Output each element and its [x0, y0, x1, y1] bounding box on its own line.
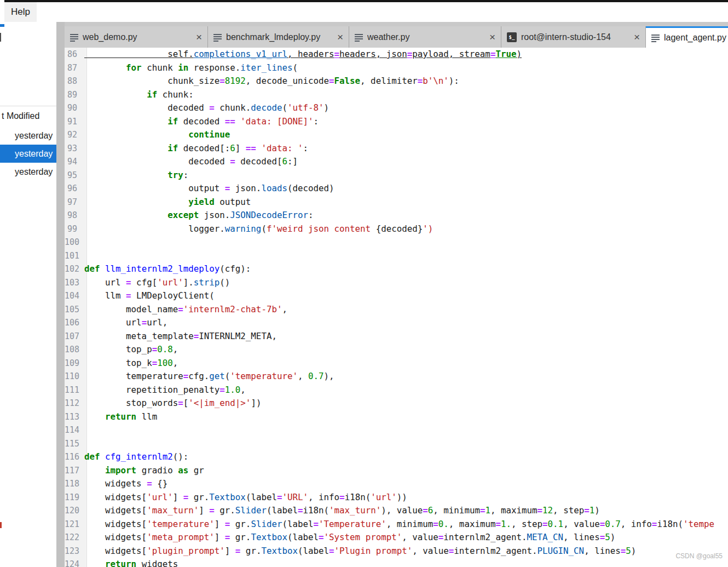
line-number: 102	[65, 262, 82, 276]
menu-help[interactable]: Help	[4, 2, 37, 22]
file-row[interactable]: yesterday	[0, 127, 56, 145]
code-line[interactable]: 90 decoded = chunk.decode('utf-8')	[65, 101, 728, 115]
code-line[interactable]: 104 llm = LMDeployClient(	[65, 289, 728, 303]
close-icon[interactable]: ×	[196, 32, 202, 42]
code-line[interactable]: 120 widgets['max_turn'] = gr.Slider(labe…	[65, 504, 728, 518]
code-line[interactable]: 86 self.completions_v1_url, headers=head…	[65, 48, 728, 61]
code-line[interactable]: 95 try:	[65, 169, 728, 182]
line-number: 107	[65, 330, 82, 343]
tab-web-demo-py[interactable]: web_demo.py ×	[65, 26, 208, 48]
code-editor[interactable]: 86 self.completions_v1_url, headers=head…	[65, 48, 728, 567]
code-text: for chunk in response.iter_lines(	[84, 62, 298, 73]
code-text: logger.warning(f'weird json content {dec…	[84, 224, 433, 234]
code-line[interactable]: 101	[65, 249, 728, 263]
code-line[interactable]: 114	[65, 423, 728, 437]
code-line[interactable]: 113 return llm	[65, 410, 728, 424]
code-line[interactable]: 89 if chunk:	[65, 88, 728, 102]
line-number: 96	[65, 182, 82, 196]
edge-artifact	[0, 33, 1, 42]
tab-lagent-agent-py[interactable]: lagent_agent.py	[646, 26, 728, 48]
code-text: widgets['plugin_prompt'] = gr.Textbox(la…	[84, 546, 636, 556]
watermark: CSDN @goal55	[675, 552, 723, 560]
code-line[interactable]: 93 if decoded[:6] == 'data: ':	[65, 142, 728, 156]
tab-benchmark-lmdeploy-py[interactable]: benchmark_lmdeploy.py ×	[208, 26, 349, 48]
line-number: 103	[65, 276, 82, 290]
line-number: 101	[65, 249, 82, 263]
code-line[interactable]: 99 logger.warning(f'weird json content {…	[65, 222, 728, 236]
code-line[interactable]: 102def llm_internlm2_lmdeploy(cfg):	[65, 262, 728, 276]
file-browser-sidebar: t Modified yesterday yesterday yesterday	[0, 22, 56, 567]
code-text: llm = LMDeployClient(	[84, 290, 215, 301]
file-icon	[70, 33, 78, 42]
code-text: try:	[84, 170, 188, 180]
code-line[interactable]: 98 except json.JSONDecodeError:	[65, 209, 728, 222]
code-line[interactable]: 115	[65, 437, 728, 451]
code-line[interactable]: 121 widgets['temperature'] = gr.Slider(l…	[65, 518, 728, 531]
file-row-selected[interactable]: yesterday	[0, 145, 56, 163]
line-number: 93	[65, 142, 82, 156]
tab-label: web_demo.py	[83, 32, 192, 42]
line-number: 86	[65, 48, 82, 61]
code-line[interactable]: 108 top_p=0.8,	[65, 343, 728, 357]
code-text: if decoded == 'data: [DONE]':	[84, 116, 319, 127]
line-number: 90	[65, 101, 82, 115]
line-number: 99	[65, 222, 82, 236]
line-number: 108	[65, 343, 82, 357]
code-text: decoded = decoded[6:]	[84, 156, 298, 167]
code-line[interactable]: 94 decoded = decoded[6:]	[65, 155, 728, 169]
code-line[interactable]: 88 chunk_size=8192, decode_unicode=False…	[65, 75, 728, 88]
code-line[interactable]: 109 top_k=100,	[65, 357, 728, 370]
code-text: continue	[84, 129, 230, 140]
code-text: if chunk:	[84, 89, 194, 100]
code-line[interactable]: 110 temperature=cfg.get('temperature', 0…	[65, 370, 728, 383]
code-text: output = json.loads(decoded)	[84, 183, 334, 193]
sidebar-accent-mark	[0, 24, 4, 27]
code-text: def cfg_internlm2():	[84, 451, 188, 462]
code-line[interactable]: 105 model_name='internlm2-chat-7b',	[65, 303, 728, 317]
code-line[interactable]: 103 url = cfg['url'].strip()	[65, 276, 728, 290]
code-line[interactable]: 96 output = json.loads(decoded)	[65, 182, 728, 196]
code-line[interactable]: 111 repetition_penalty=1.0,	[65, 383, 728, 397]
code-line[interactable]: 87 for chunk in response.iter_lines(	[65, 61, 728, 75]
code-line[interactable]: 92 continue	[65, 128, 728, 142]
tab-label: root@intern-studio-154	[521, 32, 629, 42]
line-number: 118	[65, 477, 82, 491]
line-number: 89	[65, 88, 82, 102]
code-line[interactable]: 117 import gradio as gr	[65, 464, 728, 478]
code-line[interactable]: 118 widgets = {}	[65, 477, 728, 491]
line-number: 94	[65, 155, 82, 169]
code-text: url=url,	[84, 317, 167, 328]
last-modified-column-header[interactable]: t Modified	[2, 110, 39, 123]
line-number: 115	[65, 437, 82, 451]
tab-weather-py[interactable]: weather.py ×	[349, 26, 501, 48]
tab-terminal-root-intern-studio[interactable]: $_ root@intern-studio-154 ×	[501, 26, 646, 48]
code-line[interactable]: 97 yield output	[65, 196, 728, 209]
line-number: 104	[65, 289, 82, 303]
code-text: self.completions_v1_url, headers=headers…	[84, 49, 522, 59]
close-icon[interactable]: ×	[489, 32, 495, 42]
code-line[interactable]: 91 if decoded == 'data: [DONE]':	[65, 115, 728, 129]
panel-divider-strip[interactable]	[56, 22, 65, 567]
code-text: widgets = {}	[84, 478, 167, 489]
code-text: widgets['temperature'] = gr.Slider(label…	[84, 519, 714, 529]
close-icon[interactable]: ×	[634, 32, 640, 42]
code-line[interactable]: 119 widgets['url'] = gr.Textbox(label='U…	[65, 491, 728, 505]
code-text: except json.JSONDecodeError:	[84, 210, 314, 220]
code-line[interactable]: 122 widgets['meta_prompt'] = gr.Textbox(…	[65, 531, 728, 545]
code-lines: 86 self.completions_v1_url, headers=head…	[65, 48, 728, 567]
code-line[interactable]: 124 return widgets	[65, 558, 728, 567]
close-icon[interactable]: ×	[337, 32, 343, 42]
code-text: meta_template=INTERNLM2_META,	[84, 331, 277, 341]
code-text: widgets['meta_prompt'] = gr.Textbox(labe…	[84, 532, 615, 542]
sidebar-divider	[0, 106, 56, 106]
app-window: Help t Modified yesterday yesterday yest…	[0, 0, 728, 567]
line-number: 97	[65, 196, 82, 209]
code-line[interactable]: 112 stop_words=['<|im_end|>'])	[65, 397, 728, 410]
code-line[interactable]: 123 widgets['plugin_prompt'] = gr.Textbo…	[65, 545, 728, 558]
code-line[interactable]: 100	[65, 236, 728, 249]
code-line[interactable]: 107 meta_template=INTERNLM2_META,	[65, 330, 728, 343]
code-line[interactable]: 106 url=url,	[65, 316, 728, 330]
line-number: 88	[65, 75, 82, 88]
code-line[interactable]: 116def cfg_internlm2():	[65, 450, 728, 464]
file-row[interactable]: yesterday	[0, 163, 56, 181]
